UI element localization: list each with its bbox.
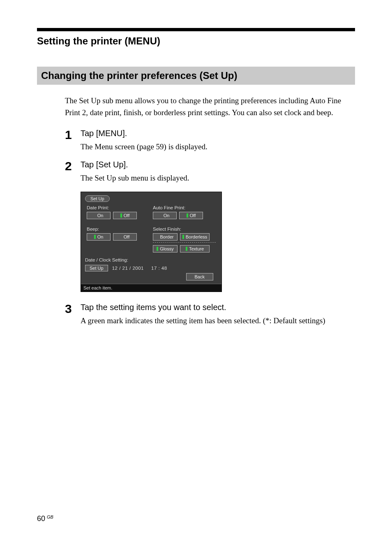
date-clock-label: Date / Clock Setting: [85,257,217,262]
select-finish-label: Select Finish: [153,227,216,232]
step-title: Tap [MENU]. [81,129,355,138]
page-number: 60 [37,514,45,523]
setup-screen-illustration: Set Up Date Print: On Off Auto Fine Prin… [81,192,355,292]
step-1: 1 Tap [MENU]. The Menu screen (page 59) … [65,129,355,153]
button-label: Off [124,234,129,239]
step-3: 3 Tap the setting items you want to sele… [65,303,355,327]
beep-label: Beep: [87,227,150,232]
button-label: Off [190,213,196,218]
step-desc: A green mark indicates the setting item … [81,315,355,327]
border-button[interactable]: Border [153,233,178,241]
dashed-separator [153,242,216,243]
date-clock-setup-button[interactable]: Set Up [85,265,108,271]
manual-page: Setting the printer (MENU) Changing the … [0,0,392,556]
page-footer: 60GB [37,514,53,523]
setup-tab[interactable]: Set Up [85,195,110,202]
step-desc: The Menu screen (page 59) is displayed. [81,141,355,153]
step-title: Tap [Set Up]. [81,160,355,169]
auto-fine-print-label: Auto Fine Print: [153,205,216,210]
back-button[interactable]: Back [186,273,213,280]
auto-fine-on-button[interactable]: On [153,212,177,219]
texture-button[interactable]: Texture [180,245,210,253]
borderless-button[interactable]: Borderless [180,233,210,241]
step-desc: The Set Up sub menu is displayed. [81,172,355,184]
button-label: Glossy [160,246,174,251]
date-value: 12 / 21 / 2001 [112,266,144,271]
button-label: Borderless [186,234,208,239]
step-number: 1 [65,129,81,153]
step-2: 2 Tap [Set Up]. The Set Up sub menu is d… [65,160,355,184]
date-print-off-button[interactable]: Off [113,212,137,219]
chapter-title: Setting the printer (MENU) [37,35,355,47]
page-region: GB [47,514,53,519]
step-number: 3 [65,303,81,327]
button-label: On [164,213,170,218]
step-number: 2 [65,160,81,184]
button-label: Border [160,234,173,239]
date-print-label: Date Print: [87,205,150,210]
button-label: Off [124,213,129,218]
status-bar: Set each item. [81,284,221,292]
setup-screen: Set Up Date Print: On Off Auto Fine Prin… [81,192,222,292]
beep-off-button[interactable]: Off [113,233,137,241]
auto-fine-off-button[interactable]: Off [179,212,203,219]
beep-on-button[interactable]: On [87,233,111,241]
date-print-on-button[interactable]: On [87,212,111,219]
section-heading-bar: Changing the printer preferences (Set Up… [37,67,355,85]
glossy-button[interactable]: Glossy [153,245,178,253]
button-label: Texture [189,246,204,251]
time-value: 17 : 48 [151,266,167,271]
section-title: Changing the printer preferences (Set Up… [41,70,351,81]
step-title: Tap the setting items you want to select… [81,303,355,312]
top-rule [37,28,355,31]
button-label: On [97,234,104,239]
intro-paragraph: The Set Up sub menu allows you to change… [65,95,355,119]
button-label: On [97,213,104,218]
